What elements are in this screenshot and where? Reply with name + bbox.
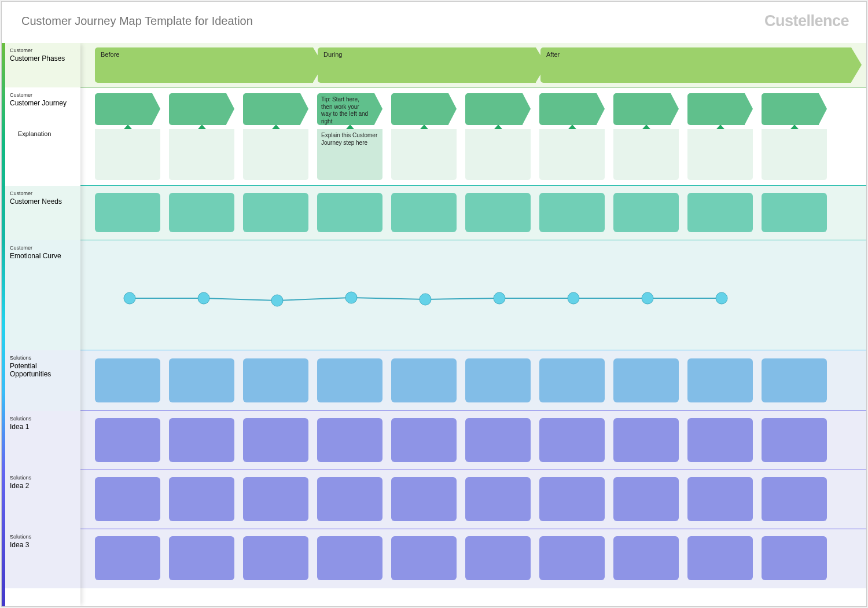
card[interactable]: [391, 536, 457, 580]
card[interactable]: [169, 358, 234, 402]
journey-explanation[interactable]: [465, 129, 531, 180]
curve-point[interactable]: [716, 292, 727, 304]
curve-point[interactable]: [345, 292, 357, 303]
card[interactable]: [243, 536, 308, 580]
card[interactable]: [391, 358, 457, 402]
journey-step[interactable]: [613, 93, 679, 125]
card[interactable]: [243, 358, 308, 402]
card[interactable]: [169, 477, 234, 521]
curve-point[interactable]: [568, 292, 579, 304]
card[interactable]: [613, 193, 679, 232]
card[interactable]: [465, 193, 531, 232]
card[interactable]: [687, 418, 753, 462]
card[interactable]: [539, 536, 605, 580]
journey-step[interactable]: [95, 93, 160, 125]
journey-step[interactable]: [762, 93, 827, 125]
card[interactable]: [465, 536, 531, 580]
curve-point[interactable]: [271, 295, 283, 306]
curve-point[interactable]: [494, 292, 505, 304]
card[interactable]: [465, 477, 531, 521]
card[interactable]: [762, 193, 827, 232]
emotional-curve-chart[interactable]: [80, 240, 866, 350]
card[interactable]: [762, 477, 827, 521]
curve-point[interactable]: [124, 292, 135, 304]
card[interactable]: [613, 418, 679, 462]
card[interactable]: [465, 358, 531, 402]
emotional-row: [80, 240, 866, 350]
journey-step[interactable]: [169, 93, 234, 125]
label-idea1[interactable]: Solutions Idea 1: [5, 411, 80, 470]
phase-before[interactable]: Before: [95, 47, 323, 83]
chevron-down-icon: [124, 124, 132, 129]
card[interactable]: [762, 418, 827, 462]
journey-explanation[interactable]: [169, 129, 234, 180]
label-idea2[interactable]: Solutions Idea 2: [5, 470, 80, 529]
journey-map-canvas[interactable]: Customer Customer Phases Customer Custom…: [2, 43, 866, 606]
label-emotional[interactable]: Customer Emotional Curve: [5, 240, 80, 350]
card[interactable]: [243, 477, 308, 521]
card[interactable]: [687, 193, 753, 232]
journey-step[interactable]: [465, 93, 531, 125]
card[interactable]: [243, 418, 308, 462]
journey-explanation[interactable]: [539, 129, 605, 180]
phase-during[interactable]: During: [318, 47, 546, 83]
chevron-down-icon: [420, 124, 428, 129]
journey-step[interactable]: [539, 93, 605, 125]
card[interactable]: [391, 193, 457, 232]
journey-step[interactable]: [391, 93, 457, 125]
label-phases[interactable]: Customer Customer Phases: [5, 43, 80, 87]
card[interactable]: [613, 536, 679, 580]
card[interactable]: [317, 418, 382, 462]
curve-point[interactable]: [198, 292, 209, 304]
journey-explanation[interactable]: [391, 129, 457, 180]
label-opportunities[interactable]: Solutions Potential Opportunities: [5, 350, 80, 411]
card[interactable]: [539, 477, 605, 521]
card[interactable]: [317, 193, 382, 232]
card[interactable]: [95, 193, 160, 232]
chevron-down-icon: [494, 124, 502, 129]
card[interactable]: [762, 358, 827, 402]
card[interactable]: [317, 358, 382, 402]
card[interactable]: [169, 418, 234, 462]
label-needs[interactable]: Customer Customer Needs: [5, 186, 80, 240]
card[interactable]: [169, 536, 234, 580]
card[interactable]: [95, 477, 160, 521]
card[interactable]: [243, 193, 308, 232]
card[interactable]: [687, 477, 753, 521]
card[interactable]: [391, 418, 457, 462]
card[interactable]: [539, 193, 605, 232]
card[interactable]: [687, 358, 753, 402]
card[interactable]: [687, 536, 753, 580]
curve-point[interactable]: [642, 292, 653, 304]
card[interactable]: [613, 358, 679, 402]
card[interactable]: [317, 536, 382, 580]
brand-logo: Custellence: [764, 12, 849, 30]
journey-row: Tip: Start here, then work your way to t…: [80, 87, 866, 186]
card[interactable]: [95, 358, 160, 402]
label-idea3[interactable]: Solutions Idea 3: [5, 529, 80, 588]
card[interactable]: [539, 358, 605, 402]
journey-explanation[interactable]: [687, 129, 753, 180]
journey-explanation[interactable]: Explain this Customer Journey step here: [317, 129, 382, 180]
curve-point[interactable]: [420, 294, 431, 305]
card[interactable]: [539, 418, 605, 462]
journey-explanation[interactable]: [613, 129, 679, 180]
journey-step[interactable]: Tip: Start here, then work your way to t…: [317, 93, 382, 125]
journey-explanation[interactable]: [95, 129, 160, 180]
card[interactable]: [465, 418, 531, 462]
card[interactable]: [317, 477, 382, 521]
journey-explanation[interactable]: [762, 129, 827, 180]
card[interactable]: [762, 536, 827, 580]
phase-after[interactable]: After: [540, 47, 862, 83]
card[interactable]: [95, 536, 160, 580]
card[interactable]: [391, 477, 457, 521]
label-journey[interactable]: Customer Customer Journey Explanation: [5, 87, 80, 186]
chevron-down-icon: [790, 124, 799, 129]
card[interactable]: [613, 477, 679, 521]
journey-step[interactable]: [243, 93, 308, 125]
card[interactable]: [169, 193, 234, 232]
idea3-row: [80, 529, 866, 588]
journey-step[interactable]: [687, 93, 753, 125]
card[interactable]: [95, 418, 160, 462]
journey-explanation[interactable]: [243, 129, 308, 180]
